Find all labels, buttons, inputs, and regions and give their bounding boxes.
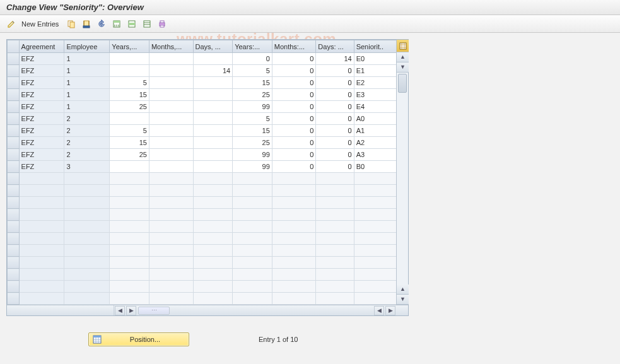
cell-years2[interactable]: 5 — [233, 65, 272, 77]
cell-agreement[interactable]: EFZ — [19, 125, 64, 137]
cell-seniority[interactable]: E2 — [354, 77, 396, 89]
cell-years2[interactable]: 15 — [233, 125, 272, 137]
cell-years2[interactable]: 5 — [233, 113, 272, 125]
cell-seniority[interactable]: A0 — [354, 113, 396, 125]
toggle-edit-icon[interactable] — [5, 18, 18, 30]
cell-months2[interactable]: 0 — [272, 65, 316, 77]
cell-days1[interactable] — [193, 101, 233, 113]
table-row[interactable]: EFZ2259900A3 — [8, 149, 397, 161]
cell-years2[interactable]: 99 — [233, 161, 272, 173]
table-row[interactable]: EFZ10014E0 — [8, 53, 397, 65]
cell-years1[interactable] — [110, 53, 149, 65]
row-selector[interactable] — [8, 53, 20, 65]
cell-agreement[interactable]: EFZ — [19, 77, 64, 89]
cell-days1[interactable] — [193, 113, 233, 125]
cell-months1[interactable] — [149, 53, 193, 65]
select-column-header[interactable] — [8, 40, 20, 53]
row-selector[interactable] — [8, 161, 20, 173]
cell-agreement[interactable]: EFZ — [19, 53, 64, 65]
table-row[interactable]: EFZ1259900E4 — [8, 101, 397, 113]
cell-days2[interactable]: 0 — [316, 101, 354, 113]
cell-agreement[interactable]: EFZ — [19, 113, 64, 125]
column-header-agreement[interactable]: Agreement — [19, 40, 64, 53]
cell-days2[interactable]: 14 — [316, 53, 354, 65]
cell-years2[interactable]: 15 — [233, 77, 272, 89]
cell-employee[interactable]: 2 — [64, 113, 110, 125]
cell-days2[interactable]: 0 — [316, 113, 354, 125]
cell-agreement[interactable]: EFZ — [19, 65, 64, 77]
cell-years1[interactable]: 25 — [110, 101, 149, 113]
cell-years1[interactable]: 15 — [110, 137, 149, 149]
cell-months2[interactable]: 0 — [272, 113, 316, 125]
new-entries-button[interactable]: New Entries — [20, 20, 62, 28]
row-selector[interactable] — [8, 209, 20, 221]
cell-months1[interactable] — [149, 137, 193, 149]
cell-days1[interactable] — [193, 77, 233, 89]
cell-months1[interactable] — [149, 65, 193, 77]
row-selector[interactable] — [8, 65, 20, 77]
column-header-days1[interactable]: Days, ... — [193, 40, 233, 53]
cell-days2[interactable]: 0 — [316, 161, 354, 173]
cell-seniority[interactable]: E1 — [354, 65, 396, 77]
cell-months2[interactable]: 0 — [272, 149, 316, 161]
row-selector[interactable] — [8, 197, 20, 209]
cell-years2[interactable]: 25 — [233, 89, 272, 101]
scroll-left2-icon[interactable]: ◀ — [374, 306, 384, 315]
cell-years1[interactable] — [110, 161, 149, 173]
table-row[interactable]: EFZ2500A0 — [8, 113, 397, 125]
cell-months1[interactable] — [149, 125, 193, 137]
scroll-right2-icon[interactable]: ▶ — [385, 306, 395, 315]
scroll-bottom-icon[interactable]: ▼ — [397, 295, 409, 305]
column-header-seniority[interactable]: Seniorit.. — [354, 40, 396, 53]
cell-employee[interactable]: 1 — [64, 77, 110, 89]
column-header-days2[interactable]: Days: ... — [316, 40, 354, 53]
vertical-scroll-thumb[interactable] — [398, 74, 407, 93]
cell-months1[interactable] — [149, 89, 193, 101]
row-selector[interactable] — [8, 101, 20, 113]
cell-seniority[interactable]: E4 — [354, 101, 396, 113]
cell-employee[interactable]: 2 — [64, 125, 110, 137]
row-selector[interactable] — [8, 221, 20, 233]
column-header-years2[interactable]: Years:... — [233, 40, 272, 53]
cell-seniority[interactable]: A3 — [354, 149, 396, 161]
cell-days2[interactable]: 0 — [316, 77, 354, 89]
cell-days2[interactable]: 0 — [316, 125, 354, 137]
cell-years1[interactable]: 5 — [110, 77, 149, 89]
cell-months1[interactable] — [149, 101, 193, 113]
scroll-right-icon[interactable]: ▶ — [126, 306, 136, 315]
row-selector[interactable] — [8, 77, 20, 89]
table-row[interactable]: EFZ151500E2 — [8, 77, 397, 89]
delete-icon[interactable] — [80, 18, 93, 30]
cell-agreement[interactable]: EFZ — [19, 161, 64, 173]
cell-days2[interactable]: 0 — [316, 65, 354, 77]
table-row[interactable]: EFZ39900B0 — [8, 161, 397, 173]
cell-employee[interactable]: 1 — [64, 65, 110, 77]
cell-agreement[interactable]: EFZ — [19, 149, 64, 161]
row-selector[interactable] — [8, 149, 20, 161]
table-row[interactable]: EFZ251500A1 — [8, 125, 397, 137]
row-selector[interactable] — [8, 245, 20, 257]
row-selector[interactable] — [8, 89, 20, 101]
row-selector[interactable] — [8, 137, 20, 149]
cell-years2[interactable]: 25 — [233, 137, 272, 149]
cell-years1[interactable]: 15 — [110, 89, 149, 101]
cell-months2[interactable]: 0 — [272, 77, 316, 89]
cell-months1[interactable] — [149, 161, 193, 173]
table-row[interactable]: EFZ1152500E3 — [8, 89, 397, 101]
undo-icon[interactable] — [95, 18, 108, 30]
cell-months2[interactable]: 0 — [272, 101, 316, 113]
cell-months2[interactable]: 0 — [272, 125, 316, 137]
row-selector[interactable] — [8, 281, 20, 293]
cell-days1[interactable] — [193, 149, 233, 161]
select-block-icon[interactable] — [126, 18, 138, 30]
table-row[interactable]: EFZ2152500A2 — [8, 137, 397, 149]
row-selector[interactable] — [8, 269, 20, 281]
cell-seniority[interactable]: A2 — [354, 137, 396, 149]
cell-months2[interactable]: 0 — [272, 161, 316, 173]
cell-days2[interactable]: 0 — [316, 149, 354, 161]
cell-months2[interactable]: 0 — [272, 53, 316, 65]
row-selector[interactable] — [8, 293, 20, 305]
cell-months1[interactable] — [149, 77, 193, 89]
cell-years2[interactable]: 0 — [233, 53, 272, 65]
cell-days1[interactable] — [193, 125, 233, 137]
